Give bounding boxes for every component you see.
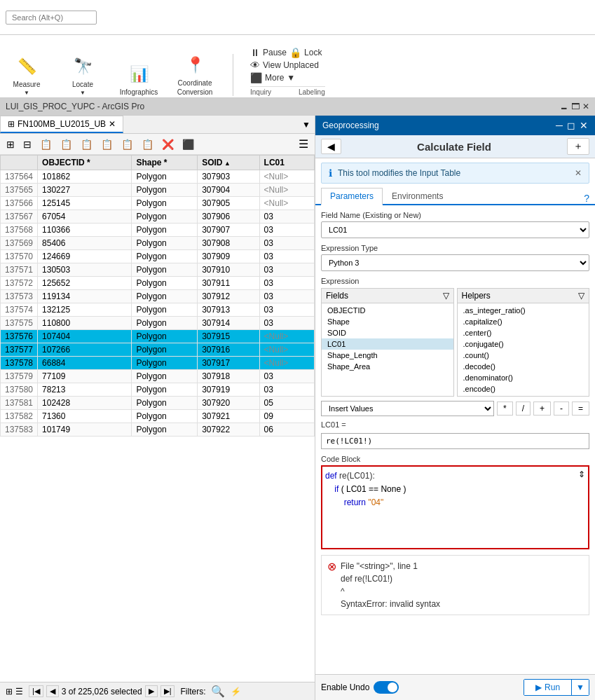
fields-list-item[interactable]: SOID: [322, 327, 453, 338]
field-name-select[interactable]: LC01: [321, 221, 589, 238]
table-row[interactable]: 137565130227Polygon307904<Null>: [1, 184, 315, 197]
fields-list-item[interactable]: LC01: [322, 338, 453, 350]
table-tab-main[interactable]: ⊞ FN100MB_LU2015_UB ✕: [0, 116, 123, 133]
more-label[interactable]: More: [265, 73, 284, 83]
conversion-label[interactable]: Conversion: [177, 88, 213, 96]
pause-label[interactable]: Pause: [263, 48, 287, 57]
expression-input[interactable]: [321, 433, 589, 449]
col-header-soid[interactable]: SOID: [198, 156, 259, 170]
table-row[interactable]: 137575110800Polygon30791403: [1, 317, 315, 330]
table-btn-10[interactable]: ⬛: [179, 137, 198, 152]
op-multiply[interactable]: *: [497, 402, 513, 416]
tab-close-icon[interactable]: ✕: [109, 119, 116, 129]
gp-add-btn[interactable]: ＋: [567, 138, 589, 155]
coordinate-label[interactable]: Coordinate: [178, 79, 212, 87]
helpers-list-item[interactable]: .capitalize(): [458, 316, 589, 327]
status-btn-list[interactable]: ☰: [15, 687, 23, 696]
fields-list-item[interactable]: Shape_Area: [322, 361, 453, 372]
helpers-list-item[interactable]: .center(): [458, 327, 589, 338]
table-btn-8[interactable]: 📋: [138, 137, 157, 152]
nav-prev-btn[interactable]: ◀: [46, 685, 59, 697]
table-row[interactable]: 137564101862Polygon307903<Null>: [1, 170, 315, 184]
helpers-filter-icon[interactable]: ▽: [578, 291, 584, 301]
table-btn-2[interactable]: ⊟: [20, 137, 35, 152]
table-btn-6[interactable]: 📋: [97, 137, 116, 152]
expression-type-select[interactable]: Python 3: [321, 254, 589, 271]
table-row[interactable]: 137576107404Polygon307915<Null>: [1, 330, 315, 343]
table-row[interactable]: 137566125145Polygon307905<Null>: [1, 197, 315, 210]
more-arrow[interactable]: ▼: [287, 73, 295, 83]
infographics-label[interactable]: Infographics: [120, 88, 158, 96]
filter-icon[interactable]: 🔍: [211, 685, 225, 698]
nav-last-btn[interactable]: ▶|: [160, 685, 175, 697]
helpers-list-item[interactable]: .denominator(): [458, 372, 589, 383]
table-btn-3[interactable]: 📋: [36, 137, 55, 152]
helpers-list-item[interactable]: .as_integer_ratio(): [458, 305, 589, 316]
helpers-list-item[interactable]: .conjugate(): [458, 338, 589, 350]
ribbon-more-row[interactable]: ⬛ More ▼: [250, 72, 325, 83]
table-row[interactable]: 137571130503Polygon30791003: [1, 263, 315, 277]
op-equals[interactable]: =: [572, 402, 589, 416]
tab-parameters[interactable]: Parameters: [321, 188, 383, 205]
helpers-list-item[interactable]: .decode(): [458, 361, 589, 372]
table-btn-7[interactable]: 📋: [118, 137, 137, 152]
table-row[interactable]: 137574132125Polygon30791303: [1, 303, 315, 317]
col-header-shape[interactable]: Shape *: [132, 156, 198, 170]
table-row[interactable]: 137570124669Polygon30790903: [1, 250, 315, 263]
tab-environments[interactable]: Environments: [383, 188, 452, 204]
fields-list-item[interactable]: Shape: [322, 316, 453, 327]
table-btn-5[interactable]: 📋: [77, 137, 96, 152]
fields-list-item[interactable]: OBJECTID: [322, 305, 453, 316]
ribbon-viewunplaced-row[interactable]: 👁 View Unplaced: [250, 60, 325, 71]
tab-scroll-icon[interactable]: ▼: [302, 120, 315, 130]
minimize-icon[interactable]: 🗕: [560, 102, 568, 111]
run-dropdown-btn[interactable]: ▼: [571, 680, 589, 695]
nav-next-btn[interactable]: ▶: [145, 685, 158, 697]
helpers-list-item[interactable]: .encode(): [458, 383, 589, 394]
helpers-list-item[interactable]: .count(): [458, 350, 589, 361]
ribbon-pause-row[interactable]: ⏸ Pause 🔒 Lock: [250, 47, 325, 58]
table-btn-9[interactable]: ❌: [158, 137, 177, 152]
table-row[interactable]: 13757866884Polygon307917<Null>: [1, 357, 315, 370]
insert-values-select[interactable]: Insert Values: [321, 401, 494, 416]
table-row[interactable]: 137572125652Polygon30791103: [1, 277, 315, 290]
table-btn-4[interactable]: 📋: [57, 137, 76, 152]
enable-undo-toggle[interactable]: [374, 681, 399, 694]
col-header-lc01[interactable]: LC01: [259, 156, 314, 170]
table-menu-btn[interactable]: ☰: [295, 135, 312, 153]
filter-apply-icon[interactable]: ⚡: [231, 687, 241, 696]
col-header-rownum[interactable]: [1, 156, 38, 170]
table-row[interactable]: 137581102428Polygon30792005: [1, 397, 315, 410]
locate-label[interactable]: Locate: [72, 81, 93, 88]
gp-close-btn[interactable]: ✕: [580, 120, 588, 131]
locate-arrow[interactable]: ▼: [80, 90, 86, 96]
table-row[interactable]: 137573119134Polygon30791203: [1, 290, 315, 303]
table-row[interactable]: 137583101749Polygon30792206: [1, 423, 315, 437]
gp-help-icon[interactable]: ?: [584, 193, 589, 204]
run-button[interactable]: ▶ Run: [524, 680, 571, 695]
table-row[interactable]: 13758271360Polygon30792109: [1, 410, 315, 423]
gp-restore-btn[interactable]: ◻: [567, 120, 575, 131]
table-row[interactable]: 137577107266Polygon307916<Null>: [1, 343, 315, 357]
table-btn-1[interactable]: ⊞: [3, 137, 18, 152]
status-btn-table[interactable]: ⊞: [6, 687, 13, 696]
op-add[interactable]: +: [533, 402, 551, 416]
table-row[interactable]: 13757977109Polygon30791803: [1, 370, 315, 383]
gp-minimize-btn[interactable]: ─: [556, 120, 563, 131]
measure-arrow[interactable]: ▼: [24, 90, 29, 96]
fields-list-item[interactable]: Shape_Length: [322, 350, 453, 361]
op-subtract[interactable]: -: [554, 402, 569, 416]
table-row[interactable]: 13756985406Polygon30790803: [1, 237, 315, 250]
search-input[interactable]: [6, 11, 97, 25]
view-unplaced-label[interactable]: View Unplaced: [263, 60, 319, 70]
fields-filter-icon[interactable]: ▽: [443, 291, 449, 301]
lock-label[interactable]: Lock: [304, 48, 322, 57]
nav-first-btn[interactable]: |◀: [29, 685, 43, 697]
close-icon[interactable]: ✕: [582, 102, 589, 111]
gp-back-btn[interactable]: ◀: [321, 139, 341, 154]
measure-label[interactable]: Measure: [13, 81, 41, 88]
table-row[interactable]: 13756767054Polygon30790603: [1, 210, 315, 224]
op-divide[interactable]: /: [516, 402, 531, 416]
table-row[interactable]: 13758078213Polygon30791903: [1, 383, 315, 397]
code-block-scroll-up[interactable]: ⇕: [578, 469, 585, 479]
